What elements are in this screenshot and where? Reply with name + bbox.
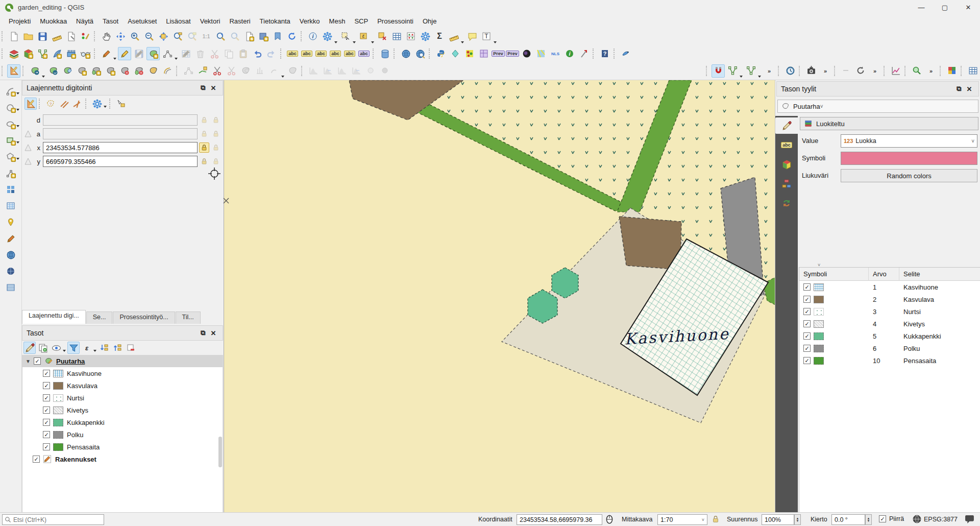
new-virtual-layer-icon[interactable] [79,47,92,60]
info-plugin-icon[interactable]: i [563,47,576,60]
plugin-grid-icon[interactable] [477,47,491,60]
search-overflow-chevrons[interactable]: » [924,64,938,78]
close-button[interactable]: ✕ [957,0,980,15]
category-checkbox[interactable]: ✓ [803,320,811,327]
y-delta-icon[interactable] [23,157,33,166]
toolbar-grip[interactable] [94,31,96,41]
reshape-features-icon[interactable] [146,64,160,78]
tracing-dropdown[interactable] [740,76,743,78]
new-spatialite-layer-icon[interactable] [50,47,63,60]
sort-chevron-icon[interactable]: ˅ [818,262,820,268]
split-features-scissors-icon[interactable] [210,64,224,78]
garden-plugin-icon[interactable] [463,47,476,60]
text-annotation-dropdown[interactable] [494,41,497,43]
category-checkbox[interactable]: ✓ [803,332,811,340]
toolbar-grip[interactable] [593,49,595,59]
category-row-pensasaita[interactable]: ✓ 10 Pensasaita [799,354,980,367]
python-console-icon[interactable] [434,47,448,60]
distance-input[interactable] [43,114,198,126]
toolbar-grip[interactable] [109,99,112,109]
menu-vektori[interactable]: Vektori [195,16,225,27]
layer-label[interactable]: Nurtsi [67,394,84,402]
annotation-pencil-icon[interactable] [4,232,17,245]
toolbar-grip[interactable] [2,31,4,41]
layer-checkbox[interactable]: ✓ [43,394,50,401]
minimize-button[interactable]: — [910,0,933,15]
offset-curve-icon[interactable] [161,64,174,78]
category-checkbox[interactable]: ✓ [803,357,811,364]
vertex-tool-icon[interactable] [161,47,174,60]
layout-manager-icon[interactable] [64,30,78,43]
x-lock-icon[interactable] [199,142,209,153]
zoom-next-icon[interactable] [228,30,241,43]
toolbar-grip[interactable] [22,66,25,76]
toolbar-grip[interactable] [799,66,801,76]
digitizing-tools-plugin-icon[interactable] [577,47,591,60]
enable-advanced-digitizing-icon[interactable] [24,98,37,110]
category-row-kivetys[interactable]: ✓ 4 Kivetys [799,318,980,330]
toolbar-grip[interactable] [280,49,283,59]
layer-checkbox[interactable]: ✓ [43,370,50,377]
add-circular-string-icon[interactable] [4,85,17,98]
zoom-out-icon[interactable] [142,30,156,43]
menu-tasot[interactable]: Tasot [98,16,123,27]
select-by-expression-dropdown[interactable] [371,41,374,43]
split-parts-icon[interactable] [196,64,209,78]
header-arvo[interactable]: Arvo [869,268,899,281]
full-histogram-stretch-icon[interactable] [321,64,334,78]
temporal-controller-icon[interactable] [783,64,797,78]
toolbar-grip[interactable] [940,66,942,76]
refresh-overflow-chevrons[interactable]: » [868,64,881,78]
pan-to-selection-icon[interactable] [114,30,127,43]
bookmarks-icon[interactable] [271,30,284,43]
offset-point-symbols-dropdown[interactable] [281,76,284,78]
coordinates-box[interactable]: 23453534.58,6695979.36 [517,514,602,525]
new-print-layout-icon[interactable] [50,30,63,43]
toolbar-grip[interactable] [176,66,179,76]
add-circle-icon[interactable] [4,101,17,114]
increase-brightness-icon[interactable] [364,64,377,78]
merge-features-icon[interactable] [225,64,238,78]
toolbar-grip[interactable] [373,49,375,59]
toolbar-grip[interactable] [85,99,88,109]
parallel-constraint-icon[interactable] [58,98,70,110]
maximize-button[interactable]: ▢ [933,0,957,15]
vertex-tool-dropdown[interactable] [175,58,178,60]
split-features-icon[interactable] [182,64,195,78]
new-map-view-icon[interactable] [242,30,256,43]
x-repeat-lock-icon[interactable] [211,142,221,153]
angle-lock-icon[interactable] [199,129,209,139]
layer-label[interactable]: Kasvulava [67,382,97,390]
menu-projekti[interactable]: Projekti [4,16,35,27]
modify-attributes-icon[interactable] [179,47,192,60]
category-row-nurtsi[interactable]: ✓ 3 Nurtsi [799,305,980,318]
toolbar-grip[interactable] [94,49,96,59]
field-calculator-icon[interactable] [404,30,418,43]
tab-advanced-digitizing[interactable]: Laajennettu digi... [22,310,86,324]
render-control[interactable]: ✓ Piirrä [879,515,904,522]
add-ring-icon[interactable] [75,64,88,78]
value-field-combo[interactable]: 123 Luokka ˅ [841,134,977,148]
prev-clip-icon[interactable]: Prev [506,47,519,60]
scale-combo[interactable]: 1:70 ˅ [657,514,707,525]
toolbar-grip[interactable] [614,49,616,59]
add-regular-polygon-icon[interactable] [4,150,17,163]
toolbar-grip[interactable] [904,66,907,76]
pan-map-icon[interactable] [100,30,113,43]
layer-label[interactable]: Polku [67,431,84,439]
toolbar-grip[interactable] [429,49,431,59]
move-feature-dropdown[interactable] [42,76,45,78]
refresh-map-icon[interactable] [285,30,299,43]
nls-plugin-icon[interactable]: NLS [549,47,562,60]
striped-grid-icon[interactable] [4,281,17,294]
add-annotation-line-icon[interactable] [4,166,17,180]
layer-labeling-icon[interactable]: abc [286,47,299,60]
rotate-feature-icon[interactable] [46,64,60,78]
delete-selected-icon[interactable] [193,47,207,60]
add-part-icon[interactable] [89,64,103,78]
layer-checkbox[interactable]: ✓ [43,419,50,426]
render-checkbox[interactable]: ✓ [879,515,886,522]
y-lock-icon[interactable] [199,156,209,166]
merge-attributes-icon[interactable] [239,64,252,78]
current-edits-icon[interactable] [100,47,113,60]
